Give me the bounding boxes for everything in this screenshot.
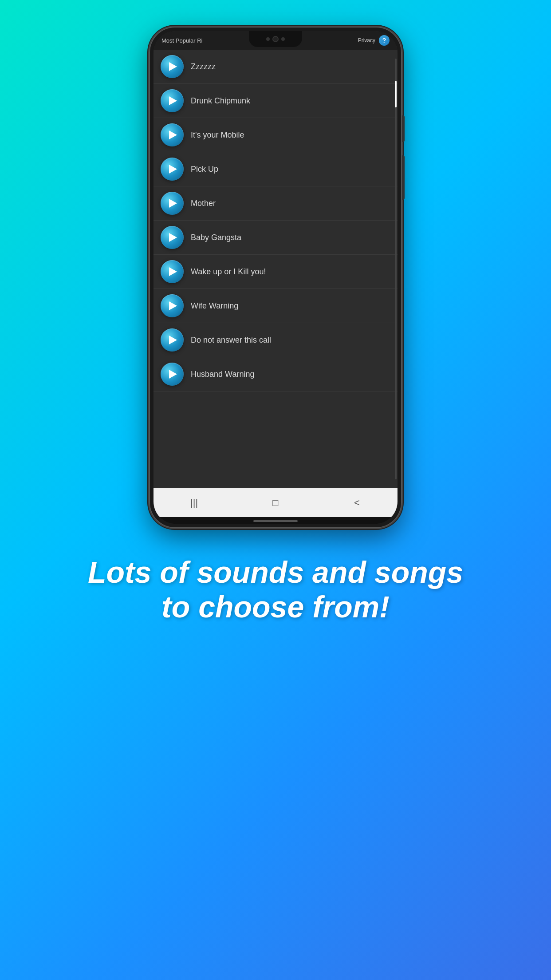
privacy-label[interactable]: Privacy: [358, 37, 375, 43]
ringtone-name-3: Pick Up: [191, 165, 218, 174]
phone-outer: Most Popular Ri Privacy ?: [149, 27, 402, 528]
back-button[interactable]: <: [348, 494, 366, 512]
ringtone-item[interactable]: Wake up or I Kill you!: [153, 255, 398, 289]
home-indicator: [153, 517, 398, 524]
promo-line2: to choose from!: [161, 590, 390, 624]
ringtone-item[interactable]: Wife Warning: [153, 289, 398, 323]
ringtone-name-2: It's your Mobile: [191, 130, 244, 140]
promo-line1: Lots of sounds and songs: [88, 555, 463, 589]
ringtone-item[interactable]: Zzzzzz: [153, 50, 398, 84]
status-right: Privacy ?: [358, 35, 390, 46]
play-button-4[interactable]: [161, 192, 184, 215]
notch-dot: [266, 37, 270, 41]
ringtone-name-8: Do not answer this call: [191, 336, 271, 345]
home-button[interactable]: □: [267, 494, 284, 512]
ringtone-item[interactable]: Do not answer this call: [153, 323, 398, 357]
ringtone-item[interactable]: Baby Gangsta: [153, 221, 398, 255]
help-button[interactable]: ?: [379, 35, 390, 46]
ringtone-name-9: Husband Warning: [191, 370, 254, 379]
app-title-status: Most Popular Ri: [161, 37, 202, 44]
play-button-3[interactable]: [161, 158, 184, 181]
screen-content: Most Popular Ri Privacy ?: [153, 31, 398, 524]
play-button-5[interactable]: [161, 226, 184, 249]
recent-apps-icon: |||: [190, 497, 198, 509]
phone-wrapper: Most Popular Ri Privacy ?: [149, 27, 402, 528]
front-camera: [272, 36, 279, 42]
play-button-0[interactable]: [161, 55, 184, 78]
ringtone-name-0: Zzzzzz: [191, 62, 216, 71]
play-button-8[interactable]: [161, 328, 184, 352]
ringtone-item[interactable]: Mother: [153, 186, 398, 221]
play-button-1[interactable]: [161, 89, 184, 112]
play-button-9[interactable]: [161, 363, 184, 386]
play-button-2[interactable]: [161, 123, 184, 146]
help-icon: ?: [382, 37, 386, 44]
home-pill: [253, 520, 298, 522]
promo-text: Lots of sounds and songs to choose from!: [88, 555, 463, 624]
ringtone-name-5: Baby Gangsta: [191, 233, 241, 242]
play-button-7[interactable]: [161, 294, 184, 317]
ringtone-item[interactable]: Husband Warning: [153, 357, 398, 391]
ringtone-list[interactable]: Zzzzzz Drunk Chipmunk It's your Mobile P…: [153, 50, 398, 488]
ringtone-name-1: Drunk Chipmunk: [191, 96, 250, 106]
ringtone-name-4: Mother: [191, 199, 216, 208]
phone-inner: Most Popular Ri Privacy ?: [153, 31, 398, 524]
bottom-text-section: Lots of sounds and songs to choose from!: [52, 555, 499, 624]
ringtone-item[interactable]: Pick Up: [153, 152, 398, 186]
phone-bottom: ||| □ <: [153, 488, 398, 524]
back-icon: <: [354, 497, 360, 509]
ringtone-name-6: Wake up or I Kill you!: [191, 267, 266, 277]
ringtone-item[interactable]: It's your Mobile: [153, 118, 398, 152]
recent-apps-button[interactable]: |||: [185, 494, 203, 512]
scroll-thumb: [395, 81, 397, 107]
ringtone-name-7: Wife Warning: [191, 301, 238, 311]
nav-bar: ||| □ <: [153, 488, 398, 517]
notch-cutout: [249, 31, 302, 47]
notch-bar: Most Popular Ri Privacy ?: [153, 31, 398, 50]
notch-dot2: [281, 37, 285, 41]
home-icon: □: [272, 497, 278, 509]
ringtone-item[interactable]: Drunk Chipmunk: [153, 84, 398, 118]
scroll-indicator: [395, 59, 397, 479]
play-button-6[interactable]: [161, 260, 184, 283]
